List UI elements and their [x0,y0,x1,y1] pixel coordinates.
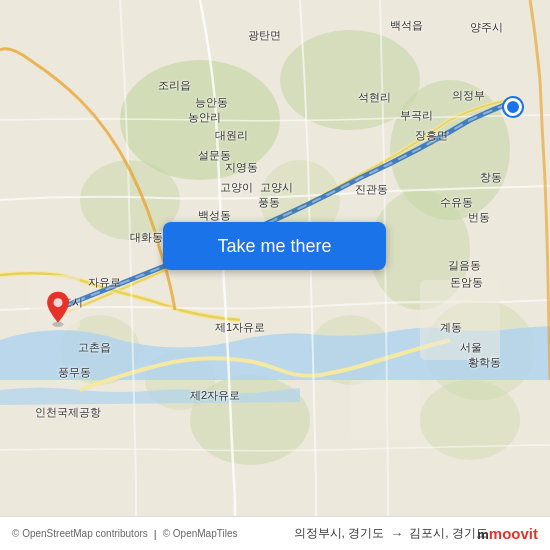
place-label: 창동 [480,170,502,185]
origin-marker [42,290,74,332]
place-label: 백석읍 [390,18,423,33]
svg-point-12 [420,380,520,460]
place-label: 고촌읍 [78,340,111,355]
attribution-bar: © OpenStreetMap contributors | © OpenMap… [0,516,550,550]
place-label: 백성동 [198,208,231,223]
route-arrow: → [390,526,403,541]
place-label: 부곡리 [400,108,433,123]
place-label: 양주시 [470,20,503,35]
place-label: 서울 [460,340,482,355]
place-label: 광탄면 [248,28,281,43]
map-container: 광탄면백석읍양주시의정부석현리부곡리장흥면고양시진관동행신동행신동수유동창동번동… [0,0,550,550]
place-label: 풍무동 [58,365,91,380]
place-label: 돈암동 [450,275,483,290]
place-label: 조리읍 [158,78,191,93]
place-label: 진관동 [355,182,388,197]
place-label: 의정부 [452,88,485,103]
place-label: 석현리 [358,90,391,105]
place-label: 수유동 [440,195,473,210]
place-label: 농안리 [188,110,221,125]
svg-point-17 [53,298,62,307]
place-label: 고양이 [220,180,253,195]
place-label: 자유로 [88,275,121,290]
place-label: 대화동 [130,230,163,245]
origin-label: 의정부시, 경기도 [294,525,385,542]
attribution-separator: | [154,528,157,540]
destination-marker [504,98,522,116]
place-label: 인천국제공항 [35,405,101,420]
place-label: 황학동 [468,355,501,370]
take-me-there-button[interactable]: Take me there [163,222,386,270]
place-label: 지영동 [225,160,258,175]
place-label: 고양시 [260,180,293,195]
tiles-attribution: © OpenMapTiles [163,528,238,539]
place-label: 제2자유로 [190,388,240,403]
place-label: 장흥면 [415,128,448,143]
place-label: 풍동 [258,195,280,210]
place-label: 대원리 [215,128,248,143]
destination-label: 김포시, 경기도 [409,525,488,542]
place-label: 제1자유로 [215,320,265,335]
place-label: 계동 [440,320,462,335]
osm-attribution: © OpenStreetMap contributors [12,528,148,539]
place-label: 능안동 [195,95,228,110]
place-label: 길음동 [448,258,481,273]
moovit-logo: mmoovit [477,525,538,542]
svg-rect-15 [350,380,420,440]
place-label: 번동 [468,210,490,225]
